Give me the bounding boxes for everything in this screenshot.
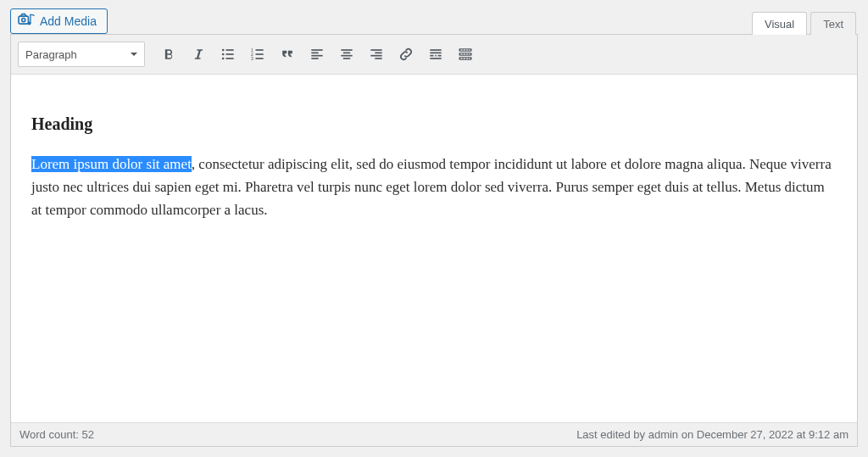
content-paragraph: Lorem ipsum dolor sit amet, consectetur …	[31, 153, 837, 222]
svg-rect-23	[370, 49, 381, 51]
word-count: Word count: 52	[19, 428, 94, 441]
svg-rect-47	[469, 58, 470, 59]
bold-button[interactable]	[156, 42, 181, 66]
svg-rect-46	[466, 58, 469, 59]
content-heading: Heading	[31, 110, 837, 137]
selected-text: Lorem ipsum dolor sit amet	[31, 156, 192, 172]
svg-rect-42	[469, 53, 470, 54]
format-dropdown[interactable]: Paragraph	[18, 42, 145, 67]
svg-rect-37	[469, 49, 470, 50]
svg-rect-26	[375, 58, 381, 59]
svg-rect-8	[226, 58, 234, 59]
svg-rect-21	[341, 55, 352, 57]
italic-button[interactable]	[186, 42, 211, 66]
svg-rect-35	[464, 49, 466, 50]
svg-rect-30	[435, 55, 437, 57]
add-media-label: Add Media	[40, 14, 97, 28]
svg-rect-28	[430, 53, 441, 54]
svg-rect-14	[256, 58, 264, 59]
svg-rect-27	[430, 49, 441, 51]
svg-rect-4	[226, 49, 234, 51]
svg-rect-18	[311, 58, 318, 59]
tab-text[interactable]: Text	[810, 12, 856, 35]
editor-tabs: Visual Text	[752, 11, 856, 34]
svg-point-5	[222, 53, 225, 56]
editor-content[interactable]: Heading Lorem ipsum dolor sit amet, cons…	[11, 75, 857, 422]
svg-rect-45	[464, 58, 466, 59]
svg-rect-41	[466, 53, 469, 54]
status-bar: Word count: 52 Last edited by admin on D…	[11, 422, 857, 446]
svg-rect-39	[460, 53, 463, 54]
link-button[interactable]	[393, 42, 419, 66]
read-more-button[interactable]	[423, 42, 448, 66]
tab-visual[interactable]: Visual	[752, 12, 807, 35]
svg-rect-0	[19, 16, 28, 24]
bullet-list-button[interactable]	[215, 42, 241, 66]
svg-rect-36	[466, 49, 469, 50]
toolbar: Paragraph 123	[11, 35, 857, 75]
svg-rect-17	[311, 55, 322, 57]
svg-point-2	[28, 21, 31, 25]
svg-rect-32	[430, 58, 441, 59]
align-left-button[interactable]	[304, 42, 330, 66]
add-media-button[interactable]: Add Media	[10, 8, 108, 34]
last-edited: Last edited by admin on December 27, 202…	[576, 428, 849, 441]
svg-rect-6	[226, 53, 234, 55]
svg-rect-22	[343, 58, 350, 59]
svg-rect-19	[341, 49, 352, 51]
svg-rect-44	[460, 58, 463, 59]
svg-rect-25	[370, 55, 381, 57]
svg-rect-16	[311, 53, 318, 54]
svg-rect-40	[464, 53, 466, 54]
svg-rect-34	[460, 49, 463, 50]
svg-point-3	[222, 49, 225, 52]
svg-point-7	[222, 58, 225, 60]
numbered-list-button[interactable]: 123	[245, 42, 270, 66]
svg-rect-12	[256, 53, 264, 55]
svg-point-1	[22, 18, 25, 21]
camera-music-icon	[18, 13, 35, 31]
svg-rect-29	[430, 55, 433, 57]
align-center-button[interactable]	[334, 42, 359, 66]
svg-rect-20	[343, 53, 350, 54]
svg-text:3: 3	[251, 56, 253, 61]
blockquote-button[interactable]	[275, 42, 300, 66]
toolbar-toggle-button[interactable]	[453, 42, 478, 66]
svg-rect-15	[311, 49, 322, 51]
svg-rect-24	[375, 53, 381, 54]
svg-rect-31	[438, 55, 442, 57]
svg-rect-10	[256, 49, 264, 51]
editor-container: Paragraph 123	[10, 34, 858, 447]
format-dropdown-label: Paragraph	[25, 48, 77, 61]
align-right-button[interactable]	[364, 42, 389, 66]
